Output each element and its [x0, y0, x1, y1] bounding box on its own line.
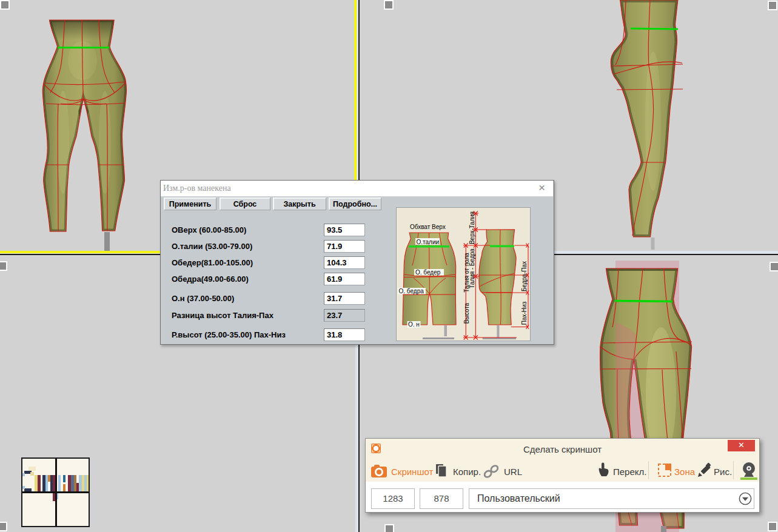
svg-text:О. бедра: О. бедра — [399, 288, 424, 294]
svg-text:О. бедер: О. бедер — [415, 269, 441, 276]
svg-text:О.талии: О.талии — [417, 239, 440, 245]
svg-text:Верх-Талия: Верх-Талия — [469, 211, 475, 244]
svg-text:Пах-Низ: Пах-Низ — [521, 301, 528, 325]
svg-text:Бедра-Пах: Бедра-Пах — [521, 261, 528, 291]
svg-text:Высота: Высота — [463, 302, 470, 324]
svg-text:Обхват Верх: Обхват Верх — [410, 224, 446, 230]
svg-text:Талия от пола: Талия от пола — [463, 253, 470, 293]
svg-text:О. н: О. н — [408, 321, 420, 328]
